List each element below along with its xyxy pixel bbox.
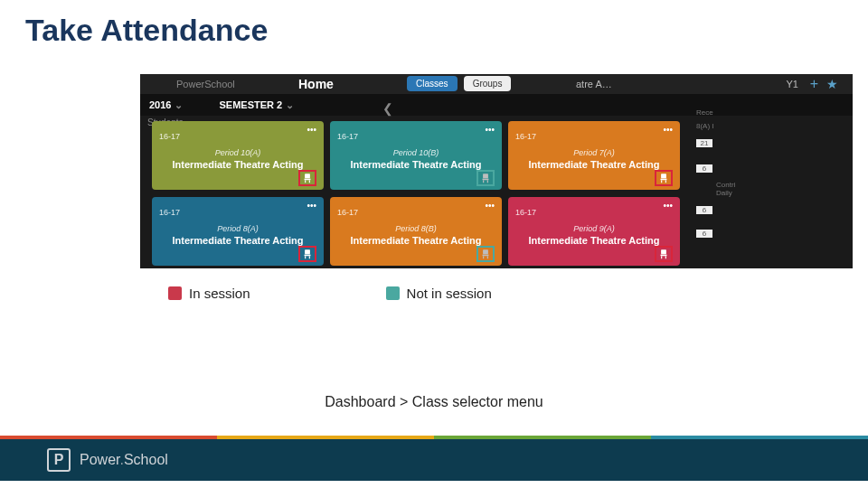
more-icon[interactable]: •••: [663, 201, 673, 211]
more-icon[interactable]: •••: [663, 125, 673, 135]
attendance-chair-icon[interactable]: [655, 246, 673, 262]
legend: In session Not in session: [168, 286, 492, 301]
side-date-tile: 6: [696, 206, 712, 214]
year-select[interactable]: 2016⌄: [149, 99, 183, 111]
tab-classes[interactable]: Classes: [407, 76, 458, 91]
svg-rect-7: [487, 180, 488, 183]
filter-bar: 2016⌄ SEMESTER 2⌄: [140, 94, 853, 116]
svg-rect-20: [661, 249, 666, 254]
svg-rect-9: [661, 179, 667, 181]
svg-rect-17: [483, 255, 489, 257]
chevron-down-icon: ⌄: [175, 99, 183, 110]
class-card[interactable]: 16-17•••Period 9(A)Intermediate Theatre …: [508, 197, 680, 266]
attendance-chair-icon[interactable]: [476, 170, 495, 186]
svg-rect-4: [483, 174, 488, 178]
svg-rect-6: [483, 180, 484, 183]
back-chevron-icon: ❮: [382, 101, 393, 116]
card-year-tag: 16-17: [337, 208, 358, 217]
side-date-tile: 21: [696, 139, 712, 147]
semester-select[interactable]: SEMESTER 2⌄: [219, 99, 294, 111]
more-icon[interactable]: •••: [307, 201, 316, 211]
svg-rect-13: [305, 255, 311, 257]
svg-rect-12: [305, 249, 310, 254]
class-card[interactable]: 16-17•••Period 8(B)Intermediate Theatre …: [330, 197, 502, 266]
card-year-tag: 16-17: [159, 208, 180, 217]
card-period: Period 8(B): [337, 224, 495, 233]
breadcrumb: Dashboard > Class selector menu: [0, 394, 868, 410]
brand-logo: PowerSchool: [176, 79, 235, 89]
chevron-down-icon: ⌄: [286, 99, 294, 110]
card-period: Period 10(A): [159, 148, 316, 157]
legend-not-in-session: Not in session: [386, 286, 492, 301]
powerschool-mark-icon: P: [47, 448, 71, 472]
svg-rect-18: [483, 256, 484, 258]
app-topbar: PowerSchool Home Classes Groups atre A… …: [140, 74, 853, 94]
dashboard-screenshot: PowerSchool Home Classes Groups atre A… …: [140, 74, 853, 268]
side-text: 8(A) I: [696, 122, 732, 130]
attendance-chair-icon[interactable]: [298, 170, 316, 186]
more-icon[interactable]: •••: [485, 201, 495, 211]
card-year-tag: 16-17: [159, 132, 180, 141]
class-card[interactable]: 16-17•••Period 8(A)Intermediate Theatre …: [152, 197, 324, 266]
card-year-tag: 16-17: [337, 132, 358, 141]
svg-rect-8: [661, 174, 666, 178]
svg-rect-1: [305, 179, 311, 181]
add-icon[interactable]: +: [810, 76, 818, 92]
svg-rect-21: [661, 255, 667, 257]
class-card[interactable]: 16-17•••Period 10(A)Intermediate Theatre…: [152, 121, 324, 190]
card-class-name: Intermediate Theatre Acting: [515, 159, 673, 170]
svg-rect-22: [661, 256, 662, 258]
svg-rect-10: [661, 180, 662, 183]
svg-rect-0: [305, 174, 310, 178]
truncated-class-name: atre A…: [576, 79, 612, 89]
card-period: Period 7(A): [515, 148, 673, 157]
attendance-chair-icon[interactable]: [476, 246, 495, 262]
card-year-tag: 16-17: [515, 132, 536, 141]
side-snippets: Rece 8(A) I: [696, 108, 732, 136]
star-icon[interactable]: ★: [826, 77, 838, 91]
class-card-grid: 16-17•••Period 10(A)Intermediate Theatre…: [152, 121, 680, 266]
more-icon[interactable]: •••: [307, 125, 316, 135]
powerschool-logo: P Power.School: [47, 448, 168, 472]
svg-rect-11: [665, 180, 666, 183]
footer: P Power.School: [0, 439, 868, 481]
card-period: Period 9(A): [515, 224, 673, 233]
card-period: Period 8(A): [159, 224, 316, 233]
card-period: Period 10(B): [337, 148, 495, 157]
card-year-tag: 16-17: [515, 208, 536, 217]
more-icon[interactable]: •••: [485, 125, 495, 135]
svg-rect-3: [309, 180, 310, 183]
svg-rect-5: [483, 179, 489, 181]
term-y1[interactable]: Y1: [787, 79, 798, 89]
attendance-chair-icon[interactable]: [655, 170, 673, 186]
card-class-name: Intermediate Theatre Acting: [515, 235, 673, 246]
card-class-name: Intermediate Theatre Acting: [337, 235, 495, 246]
attendance-chair-icon[interactable]: [298, 246, 316, 262]
page-heading-home: Home: [298, 77, 334, 91]
tab-groups[interactable]: Groups: [464, 76, 512, 91]
class-card[interactable]: 16-17•••Period 10(B)Intermediate Theatre…: [330, 121, 502, 190]
legend-swatch-teal: [386, 286, 400, 300]
svg-rect-19: [487, 256, 488, 258]
svg-rect-23: [665, 256, 666, 258]
page-title: Take Attendance: [25, 13, 268, 48]
legend-swatch-red: [168, 286, 182, 300]
legend-in-session: In session: [168, 286, 250, 301]
svg-rect-16: [483, 249, 488, 254]
card-class-name: Intermediate Theatre Acting: [337, 159, 495, 170]
card-class-name: Intermediate Theatre Acting: [159, 235, 316, 246]
class-card[interactable]: 16-17•••Period 7(A)Intermediate Theatre …: [508, 121, 680, 190]
side-date-tile: 6: [696, 164, 712, 173]
svg-rect-2: [305, 180, 306, 183]
side-text: Contri Daily: [716, 181, 732, 197]
svg-rect-14: [305, 256, 306, 258]
side-date-tile: 6: [696, 230, 712, 238]
svg-rect-15: [309, 256, 310, 258]
card-class-name: Intermediate Theatre Acting: [159, 159, 316, 170]
side-text: Rece: [696, 108, 732, 117]
